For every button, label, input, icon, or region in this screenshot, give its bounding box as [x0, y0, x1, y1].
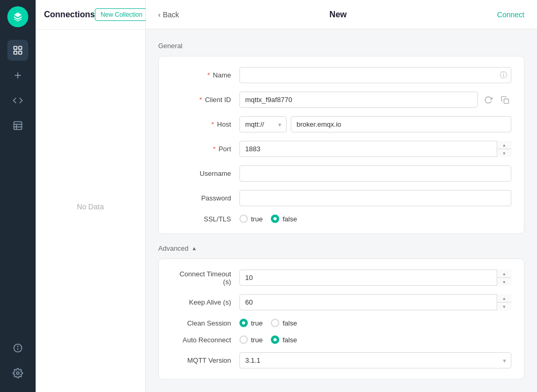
- ssl-true-radio[interactable]: [239, 215, 248, 223]
- password-row: Password: [171, 190, 511, 206]
- back-button[interactable]: ‹ Back: [158, 10, 179, 19]
- sidebar: [0, 0, 36, 392]
- clean-session-true-option[interactable]: true: [239, 319, 262, 327]
- ssl-true-option[interactable]: true: [239, 215, 262, 223]
- advanced-chevron-icon[interactable]: ▲: [192, 245, 197, 251]
- connect-timeout-spinners: ▴ ▾: [497, 270, 511, 286]
- keep-alive-increment-button[interactable]: ▴: [497, 294, 511, 303]
- connect-timeout-decrement-button[interactable]: ▾: [497, 278, 511, 286]
- keep-alive-decrement-button[interactable]: ▾: [497, 303, 511, 310]
- client-id-label: * Client ID: [171, 96, 239, 104]
- ssl-false-option[interactable]: false: [271, 215, 297, 223]
- back-label: Back: [163, 10, 179, 19]
- auto-reconnect-true-radio[interactable]: [239, 335, 248, 344]
- keep-alive-input[interactable]: [239, 294, 511, 310]
- keep-alive-row: Keep Alive (s) ▴ ▾: [171, 294, 511, 310]
- auto-reconnect-label: Auto Reconnect: [171, 336, 239, 344]
- connect-timeout-input-wrap: ▴ ▾: [239, 270, 511, 286]
- name-input-wrap: ⓘ: [239, 67, 511, 83]
- mqtt-version-label: MQTT Version: [171, 356, 239, 364]
- svg-point-13: [17, 372, 19, 375]
- sidebar-item-add[interactable]: [7, 65, 28, 86]
- username-input[interactable]: [239, 165, 511, 182]
- username-row: Username: [171, 165, 511, 182]
- form-area: General * Name ⓘ * Client ID: [146, 29, 537, 392]
- new-collection-button[interactable]: New Collection: [95, 8, 148, 21]
- svg-rect-14: [504, 99, 509, 104]
- client-id-input-wrap: [239, 92, 511, 108]
- svg-rect-1: [19, 47, 22, 50]
- port-decrement-button[interactable]: ▾: [497, 149, 511, 157]
- auto-reconnect-false-option[interactable]: false: [271, 335, 297, 344]
- clean-session-true-radio[interactable]: [239, 319, 248, 327]
- clean-session-false-option[interactable]: false: [271, 319, 297, 327]
- info-icon[interactable]: ⓘ: [500, 71, 507, 80]
- mqtt-version-row: MQTT Version 3.1.1 5.0 ▼: [171, 352, 511, 368]
- refresh-client-id-button[interactable]: [482, 94, 495, 106]
- connect-timeout-increment-button[interactable]: ▴: [497, 270, 511, 278]
- panel-title: Connections: [44, 10, 95, 19]
- host-row: * Host mqtt:// mqtts:// ws:// wss:// ▼: [171, 116, 511, 132]
- host-protocol-select[interactable]: mqtt:// mqtts:// ws:// wss://: [239, 116, 287, 132]
- no-data-message: No Data: [36, 30, 145, 384]
- copy-client-id-button[interactable]: [499, 94, 511, 106]
- svg-rect-0: [14, 47, 17, 50]
- page-title: New: [330, 10, 347, 19]
- keep-alive-spinners: ▴ ▾: [497, 294, 511, 310]
- ssl-tls-label: SSL/TLS: [171, 215, 239, 223]
- svg-rect-2: [14, 51, 17, 54]
- port-increment-button[interactable]: ▴: [497, 141, 511, 149]
- advanced-card: Connect Timeout (s) ▴ ▾ Keep Alive (s) ▴: [158, 259, 524, 379]
- sidebar-item-info[interactable]: [7, 338, 28, 359]
- port-row: * Port ▴ ▾: [171, 141, 511, 157]
- client-id-row: * Client ID: [171, 92, 511, 108]
- connect-button[interactable]: Connect: [497, 10, 524, 19]
- port-label: * Port: [171, 145, 239, 153]
- auto-reconnect-true-option[interactable]: true: [239, 335, 262, 344]
- connections-panel: Connections New Collection No Data: [36, 0, 146, 392]
- clean-session-false-radio[interactable]: [271, 319, 279, 327]
- sidebar-item-connections[interactable]: [7, 40, 28, 61]
- mqtt-version-select-wrap: 3.1.1 5.0 ▼: [239, 352, 511, 368]
- keep-alive-input-wrap: ▴ ▾: [239, 294, 511, 310]
- general-section-label: General: [158, 42, 524, 50]
- general-card: * Name ⓘ * Client ID: [158, 56, 524, 234]
- clean-session-label: Clean Session: [171, 319, 239, 327]
- name-input[interactable]: [239, 67, 511, 83]
- username-label: Username: [171, 170, 239, 177]
- port-input-wrap: ▴ ▾: [239, 141, 511, 157]
- host-input-wrap: mqtt:// mqtts:// ws:// wss:// ▼: [239, 116, 511, 132]
- clean-session-radio-group: true false: [239, 319, 511, 327]
- password-label: Password: [171, 194, 239, 202]
- client-id-input[interactable]: [239, 92, 478, 108]
- auto-reconnect-false-radio[interactable]: [271, 335, 279, 344]
- name-label: * Name: [171, 71, 239, 79]
- connect-timeout-row: Connect Timeout (s) ▴ ▾: [171, 270, 511, 286]
- ssl-radio-group: true false: [239, 215, 511, 223]
- sidebar-item-settings[interactable]: [7, 363, 28, 384]
- ssl-tls-row: SSL/TLS true false: [171, 215, 511, 223]
- port-input[interactable]: [239, 141, 511, 157]
- main-content: ‹ Back New Connect General * Name ⓘ: [146, 0, 537, 392]
- ssl-false-radio[interactable]: [271, 215, 279, 223]
- name-row: * Name ⓘ: [171, 67, 511, 83]
- host-label: * Host: [171, 120, 239, 128]
- host-input[interactable]: [291, 116, 511, 132]
- chevron-left-icon: ‹: [158, 10, 161, 19]
- main-header: ‹ Back New Connect: [146, 0, 537, 29]
- port-spinners: ▴ ▾: [497, 141, 511, 157]
- auto-reconnect-radio-group: true false: [239, 335, 511, 344]
- svg-rect-6: [14, 122, 22, 130]
- sidebar-item-data[interactable]: [7, 115, 28, 136]
- sidebar-item-code[interactable]: [7, 90, 28, 111]
- mqtt-version-select[interactable]: 3.1.1 5.0: [239, 352, 511, 368]
- connect-timeout-label: Connect Timeout (s): [171, 270, 239, 286]
- password-input[interactable]: [239, 190, 511, 206]
- advanced-section-label: Advanced ▲: [158, 244, 524, 252]
- keep-alive-label: Keep Alive (s): [171, 298, 239, 306]
- svg-rect-3: [19, 51, 22, 54]
- panel-header: Connections New Collection: [36, 8, 145, 30]
- auto-reconnect-row: Auto Reconnect true false: [171, 335, 511, 344]
- clean-session-row: Clean Session true false: [171, 319, 511, 327]
- connect-timeout-input[interactable]: [239, 270, 511, 286]
